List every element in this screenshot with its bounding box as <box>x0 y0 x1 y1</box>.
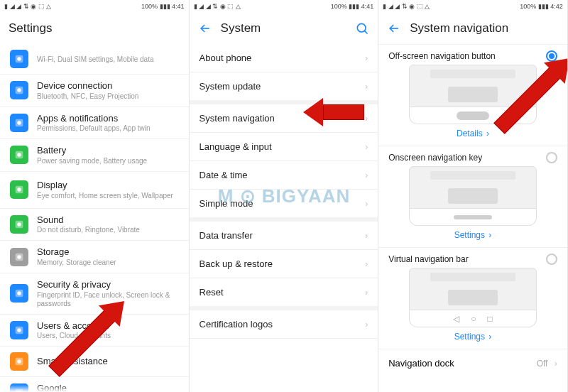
settings-item-label: Display <box>37 180 180 191</box>
nav-option-preview <box>409 65 537 124</box>
settings-item-subtitle: Fingerprint ID, Face unlock, Screen lock… <box>37 291 180 308</box>
page-title: System <box>221 21 261 36</box>
system-item-label: Date & time <box>200 170 248 180</box>
chevron-right-icon: › <box>365 320 368 330</box>
chevron-right-icon: › <box>365 142 368 152</box>
settings-item-security-privacy[interactable]: Security & privacyFingerprint ID, Face u… <box>0 273 189 315</box>
settings-item-wireless[interactable]: Wi-Fi, Dual SIM settings, Mobile data <box>0 44 189 75</box>
settings-item-apps-notifications[interactable]: Apps & notificationsPermissions, Default… <box>0 107 189 140</box>
svg-point-1 <box>17 57 21 60</box>
system-list: About phone›System update›System navigat… <box>190 44 378 339</box>
nav-option-label: Off-screen navigation button <box>388 51 496 61</box>
navigation-dock-label: Navigation dock <box>388 358 454 369</box>
system-item-date-time[interactable]: Date & time› <box>190 161 378 190</box>
page-title: System navigation <box>410 21 508 36</box>
nav-option-preview: ◁○□ <box>409 268 537 327</box>
svg-point-19 <box>17 359 21 363</box>
settings-item-storage[interactable]: StorageMemory, Storage cleaner <box>0 241 189 273</box>
settings-item-subtitle: Users, Cloud, Accounts <box>37 332 180 340</box>
system-item-certification-logos[interactable]: Certification logos› <box>190 310 378 339</box>
settings-item-subtitle: Memory, Storage cleaner <box>37 258 180 267</box>
svg-point-3 <box>17 89 21 92</box>
navigation-dock-row[interactable]: Navigation dock Off › <box>378 349 567 377</box>
settings-item-battery[interactable]: BatteryPower saving mode, Battery usage <box>0 139 189 172</box>
settings-item-subtitle: Do not disturb, Ringtone, Vibrate <box>37 226 180 234</box>
settings-item-users-accounts[interactable]: Users & accountsUsers, Cloud, Accounts <box>0 315 189 347</box>
settings-item-subtitle: Power saving mode, Battery usage <box>37 157 180 165</box>
nav-option-off-screen-navigation-button[interactable]: Off-screen navigation buttonDetails › <box>378 44 567 138</box>
navigation-options: Off-screen navigation buttonDetails ›Ons… <box>378 44 567 342</box>
settings-list: Wi-Fi, Dual SIM settings, Mobile dataDev… <box>0 44 189 392</box>
settings-item-label: Users & accounts <box>37 320 180 332</box>
nav-option-link[interactable]: Details › <box>388 129 557 138</box>
system-item-system-navigation[interactable]: System navigation› <box>190 104 378 133</box>
settings-item-icon <box>10 352 28 371</box>
settings-item-label: Battery <box>37 145 180 156</box>
search-icon[interactable] <box>355 21 369 36</box>
settings-item-smart-assistance[interactable]: Smart assistance <box>0 347 189 377</box>
svg-point-9 <box>17 188 21 192</box>
svg-point-15 <box>17 292 21 295</box>
system-panel: ▮ ◢ ◢ ⇅ ◉ ⬚ △ 100% ▮▮▮ 4:41 System About… <box>190 0 379 392</box>
svg-point-5 <box>17 121 21 124</box>
chevron-right-icon: › <box>365 114 368 124</box>
settings-item-icon <box>10 146 28 164</box>
chevron-right-icon: › <box>365 259 368 269</box>
nav-option-virtual-navigation-bar[interactable]: Virtual navigation bar◁○□Settings › <box>378 247 567 342</box>
chevron-right-icon: › <box>365 288 368 298</box>
settings-item-icon <box>10 50 28 68</box>
system-item-label: Language & input <box>200 141 272 152</box>
status-battery-time: 100% ▮▮▮ 4:42 <box>520 3 563 10</box>
back-icon[interactable] <box>198 21 212 36</box>
system-item-label: Reset <box>200 287 224 298</box>
settings-item-icon <box>10 248 28 266</box>
settings-item-subtitle: Bluetooth, NFC, Easy Projection <box>37 92 180 101</box>
back-icon[interactable] <box>387 21 401 36</box>
page-title: Settings <box>9 21 52 36</box>
settings-item-label: Smart assistance <box>37 356 180 367</box>
settings-item-device-connection[interactable]: Device connectionBluetooth, NFC, Easy Pr… <box>0 75 189 107</box>
system-item-label: About phone <box>200 53 252 63</box>
status-battery-time: 100% ▮▮▮ 4:41 <box>141 3 185 10</box>
system-item-simple-mode[interactable]: Simple mode› <box>190 190 378 222</box>
settings-item-icon <box>10 321 28 339</box>
radio-button[interactable] <box>546 254 557 265</box>
settings-item-icon <box>10 114 28 132</box>
system-item-back-up-restore[interactable]: Back up & restore› <box>190 250 378 278</box>
settings-item-icon <box>10 215 28 234</box>
system-item-reset[interactable]: Reset› <box>190 278 378 310</box>
status-icons: ▮ ◢ ◢ ⇅ ◉ ⬚ △ <box>194 3 241 10</box>
chevron-right-icon: › <box>365 170 368 180</box>
settings-item-label: Apps & notifications <box>37 113 180 124</box>
status-bar: ▮ ◢ ◢ ⇅ ◉ ⬚ △ 100% ▮▮▮ 4:42 <box>378 0 567 13</box>
system-navigation-panel: ▮ ◢ ◢ ⇅ ◉ ⬚ △ 100% ▮▮▮ 4:42 System navig… <box>378 0 568 392</box>
settings-item-sound[interactable]: SoundDo not disturb, Ringtone, Vibrate <box>0 209 189 241</box>
system-item-data-transfer[interactable]: Data transfer› <box>190 222 378 250</box>
system-item-label: Certification logos <box>200 319 273 330</box>
settings-item-subtitle: Wi-Fi, Dual SIM settings, Mobile data <box>37 55 180 64</box>
nav-option-link[interactable]: Settings › <box>388 332 557 342</box>
system-item-language-input[interactable]: Language & input› <box>190 133 378 161</box>
settings-item-label: Security & privacy <box>37 279 180 290</box>
app-bar: Settings <box>0 13 189 44</box>
system-item-label: Data transfer <box>200 230 253 241</box>
navigation-dock-value: Off › <box>537 359 557 369</box>
nav-option-link[interactable]: Settings › <box>388 230 557 240</box>
settings-item-icon <box>10 180 28 199</box>
svg-point-17 <box>17 328 21 332</box>
radio-button[interactable] <box>546 152 557 163</box>
svg-point-24 <box>358 23 366 32</box>
system-item-about-phone[interactable]: About phone› <box>190 44 378 72</box>
settings-item-label: Storage <box>37 246 180 258</box>
chevron-right-icon: › <box>365 231 368 241</box>
chevron-right-icon: › <box>365 82 368 92</box>
radio-button[interactable] <box>546 50 557 62</box>
settings-item-display[interactable]: DisplayEye comfort, Home screen style, W… <box>0 172 189 209</box>
chevron-right-icon: › <box>365 199 368 209</box>
status-bar: ▮ ◢ ◢ ⇅ ◉ ⬚ △ 100% ▮▮▮ 4:41 <box>190 0 378 13</box>
svg-point-13 <box>17 255 21 258</box>
system-item-system-update[interactable]: System update› <box>190 72 378 104</box>
status-battery-time: 100% ▮▮▮ 4:41 <box>331 3 374 10</box>
nav-option-onscreen-navigation-key[interactable]: Onscreen navigation keySettings › <box>378 146 567 240</box>
settings-item-icon <box>10 284 28 303</box>
